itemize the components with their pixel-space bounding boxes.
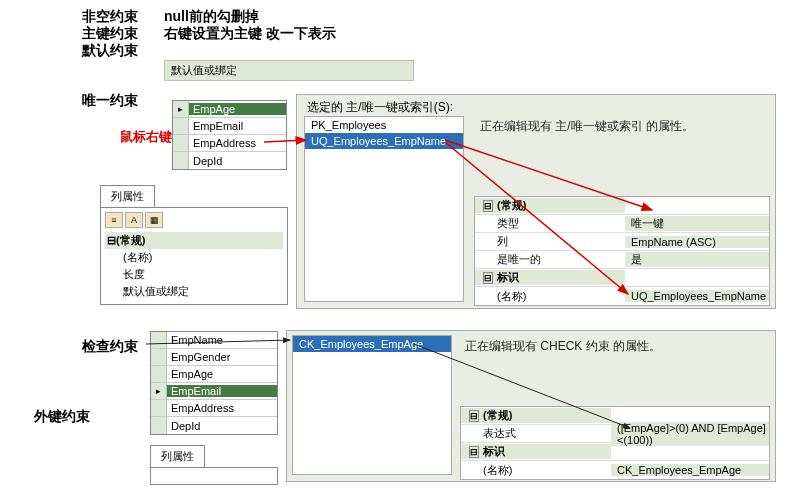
row-handle[interactable] bbox=[173, 152, 189, 169]
label-unique: 唯一约束 bbox=[82, 92, 138, 110]
field-row[interactable]: DepId bbox=[151, 417, 277, 434]
row-handle[interactable] bbox=[173, 118, 189, 134]
field-name: EmpGender bbox=[167, 351, 277, 363]
label-default: 默认约束 bbox=[82, 42, 138, 60]
key-item[interactable]: PK_Employees bbox=[305, 117, 463, 133]
key-list[interactable]: PK_EmployeesUQ_Employees_EmpName bbox=[304, 116, 464, 302]
label-nonnull: 非空约束 bbox=[82, 8, 138, 26]
colprop-group: ⊟(常规) bbox=[105, 232, 283, 249]
propgrid-key: (名称) bbox=[461, 463, 611, 478]
colprop-toolbar: ≡ A ▦ bbox=[105, 212, 283, 228]
propgrid-value[interactable]: 唯一键 bbox=[625, 216, 769, 231]
collapse-icon[interactable]: ⊟ bbox=[469, 410, 479, 422]
btn-info[interactable]: ▦ bbox=[145, 212, 163, 228]
field-name: DepId bbox=[167, 420, 277, 432]
field-name: EmpName bbox=[167, 334, 277, 346]
default-bind-bar: 默认值或绑定 bbox=[164, 60, 414, 81]
propgrid-row[interactable]: (名称)CK_Employees_EmpAge bbox=[461, 461, 769, 479]
btn-cat[interactable]: ≡ bbox=[105, 212, 123, 228]
collapse-icon[interactable]: ⊟ bbox=[469, 446, 479, 458]
propgrid-key: ⊟标识 bbox=[461, 444, 611, 459]
propgrid-value[interactable]: CK_Employees_EmpAge bbox=[611, 464, 769, 476]
field-name: EmpAge bbox=[189, 103, 286, 115]
propgrid-key: ⊟(常规) bbox=[461, 408, 611, 423]
row-handle[interactable]: ▸ bbox=[173, 101, 189, 117]
row-handle[interactable]: ▸ bbox=[151, 383, 167, 399]
panel-caption: 选定的 主/唯一键或索引(S): bbox=[307, 99, 453, 116]
tab-column-properties-2[interactable]: 列属性 bbox=[150, 445, 205, 467]
tab-column-properties[interactable]: 列属性 bbox=[100, 185, 155, 207]
btn-az[interactable]: A bbox=[125, 212, 143, 228]
collapse-icon[interactable]: ⊟ bbox=[483, 272, 493, 284]
colprop-item[interactable]: 默认值或绑定 bbox=[105, 283, 283, 300]
column-properties-panel[interactable]: 列属性 ≡ A ▦ ⊟(常规) (名称)长度默认值或绑定 bbox=[100, 185, 288, 305]
ck-desc: 正在编辑现有 CHECK 约束 的属性。 bbox=[465, 338, 661, 355]
propgrid-row[interactable]: 列EmpName (ASC) bbox=[475, 233, 769, 251]
column-properties-panel-2[interactable]: 列属性 bbox=[150, 445, 278, 485]
note-nonnull-desc: null前的勾删掉 bbox=[164, 8, 259, 26]
propgrid-key: ⊟标识 bbox=[475, 270, 625, 285]
field-row[interactable]: ▸EmpAge bbox=[173, 101, 286, 118]
row-handle[interactable] bbox=[151, 400, 167, 416]
label-pk: 主键约束 bbox=[82, 25, 138, 43]
field-name: DepId bbox=[189, 155, 286, 167]
field-name: EmpAge bbox=[167, 368, 277, 380]
row-handle[interactable] bbox=[151, 366, 167, 382]
field-list-check[interactable]: EmpNameEmpGenderEmpAge▸EmpEmailEmpAddres… bbox=[150, 331, 278, 435]
propgrid-row[interactable]: 表达式([EmpAge]>(0) AND [EmpAge]<(100)) bbox=[461, 425, 769, 443]
field-row[interactable]: EmpAddress bbox=[151, 400, 277, 417]
propgrid-key: 是唯一的 bbox=[475, 252, 625, 267]
field-row[interactable]: DepId bbox=[173, 152, 286, 169]
field-row[interactable]: EmpAddress bbox=[173, 135, 286, 152]
collapse-icon[interactable]: ⊟ bbox=[483, 200, 493, 212]
mouse-note: 鼠标右键 bbox=[120, 128, 172, 146]
row-handle[interactable] bbox=[151, 349, 167, 365]
field-name: EmpAddress bbox=[189, 137, 286, 149]
propgrid-row[interactable]: (名称)UQ_Employees_EmpName bbox=[475, 287, 769, 305]
field-row[interactable]: EmpEmail bbox=[173, 118, 286, 135]
propgrid-row[interactable]: ⊟标识 bbox=[461, 443, 769, 461]
label-foreign: 外键约束 bbox=[34, 408, 90, 426]
propgrid-value[interactable]: EmpName (ASC) bbox=[625, 236, 769, 248]
propgrid-value[interactable]: 是 bbox=[625, 252, 769, 267]
field-row[interactable]: ▸EmpEmail bbox=[151, 383, 277, 400]
propgrid-key: 表达式 bbox=[461, 426, 611, 441]
key-item[interactable]: CK_Employees_EmpAge bbox=[293, 336, 451, 352]
key-item[interactable]: UQ_Employees_EmpName bbox=[305, 133, 463, 149]
check-list[interactable]: CK_Employees_EmpAge bbox=[292, 335, 452, 475]
field-row[interactable]: EmpName bbox=[151, 332, 277, 349]
row-handle[interactable] bbox=[173, 135, 189, 151]
note-pk-desc: 右键设置为主键 改一下表示 bbox=[164, 25, 336, 43]
row-handle[interactable] bbox=[151, 417, 167, 434]
propgrid-value[interactable]: ([EmpAge]>(0) AND [EmpAge]<(100)) bbox=[611, 422, 769, 446]
field-name: EmpEmail bbox=[189, 120, 286, 132]
field-row[interactable]: EmpGender bbox=[151, 349, 277, 366]
field-list-unique[interactable]: ▸EmpAgeEmpEmailEmpAddressDepId bbox=[172, 100, 287, 170]
propgrid-row[interactable]: ⊟(常规) bbox=[475, 197, 769, 215]
field-row[interactable]: EmpAge bbox=[151, 366, 277, 383]
uq-desc: 正在编辑现有 主/唯一键或索引 的属性。 bbox=[480, 118, 694, 135]
propgrid-value[interactable]: UQ_Employees_EmpName bbox=[625, 290, 769, 302]
propgrid-key: (名称) bbox=[475, 289, 625, 304]
propgrid-row[interactable]: 是唯一的是 bbox=[475, 251, 769, 269]
uq-property-grid[interactable]: ⊟(常规)类型唯一键列EmpName (ASC)是唯一的是⊟标识(名称)UQ_E… bbox=[474, 196, 770, 306]
colprop-item[interactable]: (名称) bbox=[105, 249, 283, 266]
ck-property-grid[interactable]: ⊟(常规)表达式([EmpAge]>(0) AND [EmpAge]<(100)… bbox=[460, 406, 770, 480]
row-handle[interactable] bbox=[151, 332, 167, 348]
collapse-icon[interactable]: ⊟ bbox=[107, 234, 116, 246]
propgrid-key: 列 bbox=[475, 234, 625, 249]
propgrid-key: 类型 bbox=[475, 216, 625, 231]
propgrid-key: ⊟(常规) bbox=[475, 198, 625, 213]
propgrid-row[interactable]: ⊟标识 bbox=[475, 269, 769, 287]
colprop-item[interactable]: 长度 bbox=[105, 266, 283, 283]
propgrid-row[interactable]: 类型唯一键 bbox=[475, 215, 769, 233]
field-name: EmpAddress bbox=[167, 402, 277, 414]
label-check: 检查约束 bbox=[82, 338, 138, 356]
field-name: EmpEmail bbox=[167, 385, 277, 397]
